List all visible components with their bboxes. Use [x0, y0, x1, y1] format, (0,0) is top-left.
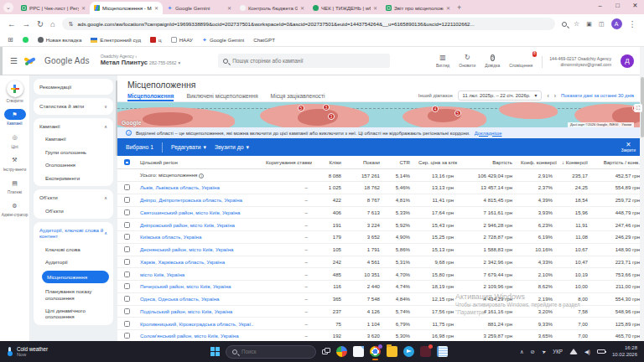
- new-tab-button[interactable]: +: [457, 3, 461, 12]
- wifi-icon[interactable]: [569, 349, 578, 354]
- tab-search-chevron-icon[interactable]: ⌄: [3, 3, 13, 13]
- tab-close-icon[interactable]: ✕: [81, 5, 86, 11]
- region-link[interactable]: Харків, Харківська область, Україна: [136, 259, 262, 265]
- row-checkbox[interactable]: [124, 184, 130, 190]
- column-conv-rate[interactable]: Коеф. конверсії: [517, 159, 557, 165]
- task-view-button[interactable]: [322, 348, 330, 355]
- table-row[interactable]: Львів, Львівська область, Україна – 1 02…: [117, 182, 644, 194]
- zoom-icon[interactable]: [562, 22, 567, 27]
- sidebar-item-ad-groups[interactable]: Групи оголошень: [34, 146, 113, 158]
- column-conversions[interactable]: ↓ Конверсії: [557, 159, 592, 165]
- tray-chevron-icon[interactable]: ∧: [520, 349, 524, 354]
- weather-widget[interactable]: Cold weatherNow: [7, 346, 124, 358]
- clock[interactable]: 16:28 10.02.2026: [612, 345, 637, 359]
- close-toolbar-button[interactable]: ✕Закрити: [621, 142, 636, 153]
- row-checkbox[interactable]: [124, 333, 130, 339]
- sidebar-item-audiences[interactable]: Аудиторії: [34, 256, 113, 268]
- table-row[interactable]: Печерський район, місто Київ, Україна – …: [117, 281, 644, 293]
- app-document-icon[interactable]: [353, 346, 364, 357]
- table-row[interactable]: Кропивницький, Кіровоградська область, У…: [117, 318, 644, 330]
- volume-icon[interactable]: ◀): [584, 349, 590, 354]
- region-link[interactable]: Святошинський район, місто Київ, Україна: [136, 209, 262, 215]
- row-checkbox[interactable]: [124, 272, 130, 277]
- app-chrome-icon[interactable]: [370, 346, 381, 357]
- sidebar-item-stats[interactable]: Статистика й звіти∨: [34, 100, 113, 112]
- table-row[interactable]: Дніпро, Дніпропетровська область, Україн…: [117, 194, 644, 207]
- sidebar-item-keywords[interactable]: Ключові слова: [34, 243, 113, 256]
- map-marker[interactable]: 3: [328, 113, 335, 120]
- date-range-selector[interactable]: 11 лют. 2025р. – 22 січ. 2026р.▾: [458, 90, 543, 101]
- bookmark-chatgpt[interactable]: ChatGPT: [253, 37, 275, 43]
- row-checkbox[interactable]: [124, 209, 130, 215]
- browser-tab[interactable]: Контроль бюджета Goog✕: [236, 2, 309, 14]
- tab-close-icon[interactable]: ✕: [446, 5, 450, 11]
- bookmark-whatsapp[interactable]: [23, 37, 29, 43]
- sidebar-group-audiences[interactable]: Аудиторії, ключові слова й контент∧: [34, 224, 113, 243]
- region-link[interactable]: Кропивницький, Кіровоградська область, У…: [136, 321, 262, 327]
- browser-menu-icon[interactable]: ⋮: [629, 20, 637, 28]
- table-row[interactable]: Солом'янський район, місто Київ, Україна…: [117, 330, 644, 341]
- close-button[interactable]: ✕: [626, 0, 644, 12]
- region-link[interactable]: Подільський район, місто Київ, Україна: [136, 308, 262, 314]
- bookmark-star-icon[interactable]: ☆: [574, 21, 579, 28]
- browser-tab[interactable]: ✦Google Gemini✕: [163, 2, 236, 14]
- table-row[interactable]: Київська область, Україна – 179 3 652 4,…: [117, 231, 644, 244]
- row-checkbox[interactable]: [124, 234, 130, 240]
- refresh-button[interactable]: ↻Оновити: [459, 54, 475, 68]
- row-checkbox[interactable]: [124, 197, 130, 203]
- row-checkbox[interactable]: [124, 283, 130, 289]
- app-file-explorer-icon[interactable]: [387, 346, 397, 357]
- tab-places-of-interest[interactable]: Місця зацікавленості: [271, 90, 325, 101]
- browser-profile-avatar[interactable]: A: [611, 18, 622, 29]
- campaign-search[interactable]: [218, 54, 390, 68]
- minimize-button[interactable]: –: [591, 0, 609, 12]
- column-cost[interactable]: Вартість: [458, 159, 517, 165]
- view-button[interactable]: ▥Вигляд: [436, 54, 449, 68]
- back-button[interactable]: ←: [8, 20, 16, 28]
- table-row[interactable]: Одеса, Одеська область, Україна – 365 7 …: [117, 293, 644, 306]
- sidebar-group-assets[interactable]: Об'єкти∧: [34, 191, 113, 204]
- rail-item-billing[interactable]: ▤Платежі: [0, 178, 29, 194]
- row-checkbox[interactable]: [124, 308, 130, 314]
- browser-tab[interactable]: Звіт про місцеположенн✕: [382, 2, 454, 14]
- edit-dropdown[interactable]: Редагувати▾: [171, 144, 206, 151]
- app-copilot-icon[interactable]: [336, 346, 347, 357]
- row-checkbox[interactable]: [124, 259, 130, 265]
- reload-button[interactable]: ↻: [37, 20, 44, 28]
- region-link[interactable]: Львів, Львівська область, Україна: [136, 184, 262, 190]
- sidebar-item-experiments[interactable]: Експерименти: [34, 172, 113, 184]
- tab-close-icon[interactable]: ✕: [300, 5, 304, 11]
- campaign-search-input[interactable]: [232, 58, 385, 64]
- region-link[interactable]: Одеса, Одеська область, Україна: [136, 296, 262, 302]
- site-info-icon[interactable]: ⇅: [69, 21, 74, 28]
- table-row[interactable]: Дніпровський район, місто Київ, Україна …: [117, 219, 644, 231]
- sidebar-item-recommendations[interactable]: Рекомендації: [34, 80, 113, 93]
- user-avatar[interactable]: Д: [621, 54, 634, 68]
- maximize-button[interactable]: □: [609, 0, 626, 12]
- table-row[interactable]: Деснянський район, місто Київ, Україна –…: [117, 244, 644, 256]
- last-30-days-link[interactable]: Показати дані за останні 30 днів: [561, 93, 634, 98]
- row-checkbox[interactable]: [124, 321, 130, 327]
- sidebar-item-dynamic-ad-targets[interactable]: Цілі динамічного оголошення: [34, 304, 113, 323]
- region-link[interactable]: місто Київ, Україна: [136, 272, 262, 277]
- tab-excluded-locations[interactable]: Виключені місцеположення: [186, 90, 257, 101]
- home-button[interactable]: ⌂: [50, 20, 55, 28]
- map-marker[interactable]: 4: [432, 106, 439, 112]
- main-menu-icon[interactable]: ☰: [10, 57, 18, 65]
- bookmark-naau[interactable]: НААУ: [171, 37, 193, 43]
- side-panel-icon[interactable]: ▣: [586, 21, 592, 27]
- forward-button[interactable]: →: [23, 20, 31, 28]
- extensions-icon[interactable]: ◫: [599, 21, 605, 27]
- taskbar-search-input[interactable]: [242, 349, 309, 354]
- sidebar-item-locations-selected[interactable]: Місцеположення: [42, 271, 109, 283]
- bookmark-court[interactable]: Електронний суд: [91, 37, 141, 43]
- sidebar-item-campaigns[interactable]: Кампанії: [34, 132, 113, 145]
- table-row[interactable]: Подільський район, місто Київ, Україна –…: [117, 306, 644, 318]
- browser-tab-active[interactable]: Місцеположення - Мета✕: [90, 2, 163, 14]
- row-checkbox[interactable]: [124, 246, 130, 252]
- region-link[interactable]: Солом'янський район, місто Київ, Україна: [136, 333, 262, 339]
- app-camera-icon[interactable]: [420, 346, 431, 357]
- bookmark-new-tab[interactable]: Новая вкладка: [38, 37, 82, 43]
- rail-item-campaigns[interactable]: ⚑Кампанії: [0, 109, 29, 126]
- region-link[interactable]: Дніпровський район, місто Київ, Україна: [136, 222, 262, 228]
